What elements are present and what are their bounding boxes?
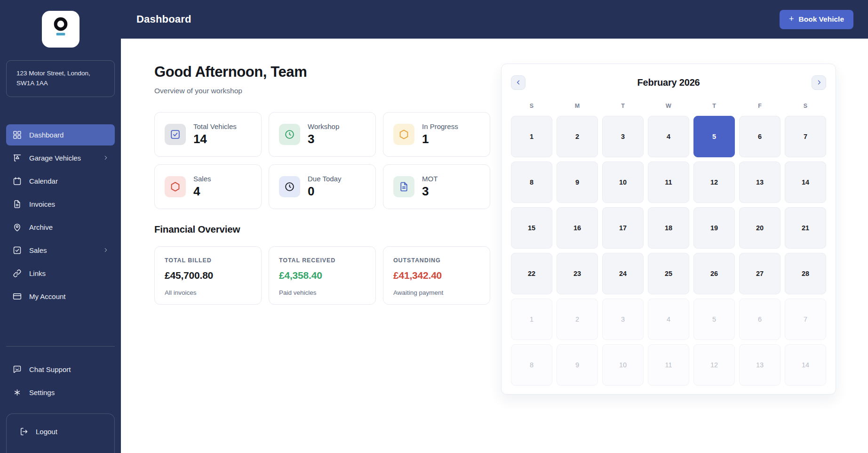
main-content: Good Afternoon, Team Overview of your wo… [121,39,868,453]
check-square-icon [12,245,22,255]
calendar-month-title: February 2026 [511,77,826,88]
calendar-day-selected[interactable]: 5 [693,116,735,157]
stat-card-workshop: Workshop3 [269,112,376,157]
financial-subtext: All invoices [165,289,251,296]
calendar-day-next-month: 7 [785,299,826,340]
invoice-icon [12,199,22,209]
calendar-day[interactable]: 16 [557,207,598,249]
calendar-day-next-month: 5 [693,299,735,340]
chevron-right-icon [816,79,822,86]
calendar-day-next-month: 13 [739,344,780,386]
financial-label: TOTAL RECEIVED [279,257,366,264]
financial-amount: £41,342.40 [393,270,480,281]
chevron-left-icon [515,79,522,86]
calendar-day[interactable]: 12 [693,162,735,203]
calendar-day[interactable]: 18 [648,207,689,249]
calendar-day[interactable]: 8 [511,162,552,203]
calendar-day[interactable]: 1 [511,116,552,157]
financial-card-total-received: TOTAL RECEIVED£4,358.40Paid vehicles [269,246,376,305]
stat-card-in-progress: In Progress1 [383,112,490,157]
calendar-day[interactable]: 24 [602,253,644,294]
sidebar-bottom: Chat SupportSettings Logout [0,346,121,453]
financial-card-total-billed: TOTAL BILLED£45,700.80All invoices [154,246,262,305]
stat-label: Due Today [308,175,341,183]
logo-icon [46,15,75,44]
financial-overview-heading: Financial Overview [154,224,490,235]
sidebar-item-label: Sales [29,246,47,254]
calendar-day[interactable]: 14 [785,162,826,203]
link-icon [12,268,22,278]
calendar-day[interactable]: 17 [602,207,644,249]
calendar-day[interactable]: 4 [648,116,689,157]
sidebar-item-label: Archive [29,223,53,231]
calendar-day[interactable]: 23 [557,253,598,294]
calendar-day[interactable]: 28 [785,253,826,294]
sidebar-item-archive[interactable]: Archive [6,217,115,238]
sidebar-item-label: Dashboard [29,131,64,139]
stat-card-sales: Sales4 [154,164,262,209]
stat-value: 4 [193,184,211,199]
calendar-grid: 1234567891011121314151617181920212223242… [511,116,826,386]
calendar-day[interactable]: 10 [602,162,644,203]
calendar-day[interactable]: 21 [785,207,826,249]
calendar-day[interactable]: 20 [739,207,780,249]
calendar-day-next-month: 8 [511,344,552,386]
weekday-label: F [739,103,780,109]
calendar-day[interactable]: 15 [511,207,552,249]
app-root: 123 Motor Street, London, SW1A 1AA Dashb… [0,0,868,453]
sidebar-item-settings[interactable]: Settings [6,382,115,403]
sidebar-item-chat-support[interactable]: Chat Support [6,359,115,380]
sidebar-item-sales[interactable]: Sales [6,240,115,261]
sidebar-item-label: Invoices [29,200,55,208]
workshop-address: 123 Motor Street, London, SW1A 1AA [6,60,115,97]
weekday-label: W [648,103,689,109]
calendar-day[interactable]: 27 [739,253,780,294]
calendar-day-next-month: 2 [557,299,598,340]
sidebar-item-my-account[interactable]: My Account [6,286,115,307]
calendar-day-next-month: 14 [785,344,826,386]
calendar-day-next-month: 11 [648,344,689,386]
car-lift-icon [12,153,22,163]
calendar-day[interactable]: 25 [648,253,689,294]
book-vehicle-button[interactable]: + Book Vehicle [780,10,853,29]
calendar-next-button[interactable] [812,75,826,90]
stat-card-mot: MOT3 [383,164,490,209]
calendar-day[interactable]: 26 [693,253,735,294]
weekday-label: S [511,103,552,109]
weekday-label: S [785,103,826,109]
calendar-day[interactable]: 2 [557,116,598,157]
financial-subtext: Awaiting payment [393,289,480,296]
calendar-day[interactable]: 6 [739,116,780,157]
calendar-day[interactable]: 3 [602,116,644,157]
calendar-day-next-month: 1 [511,299,552,340]
calendar-day[interactable]: 11 [648,162,689,203]
logout-button[interactable]: Logout [13,421,108,442]
workshop-address-text: 123 Motor Street, London, SW1A 1AA [16,70,90,87]
calendar-day-next-month: 10 [602,344,644,386]
clock-icon [279,176,300,197]
hexagon-icon [165,176,186,197]
stat-value: 1 [422,132,458,146]
sidebar-item-dashboard[interactable]: Dashboard [6,124,115,146]
stat-value: 3 [422,184,438,199]
financial-card-outstanding: OUTSTANDING£41,342.40Awaiting payment [383,246,490,305]
stat-label: Sales [193,175,211,183]
calendar-day[interactable]: 22 [511,253,552,294]
sidebar-item-label: Logout [36,428,57,436]
calendar-day[interactable]: 9 [557,162,598,203]
sidebar-item-garage-vehicles[interactable]: Garage Vehicles [6,147,115,169]
calendar-day-next-month: 4 [648,299,689,340]
stat-value: 3 [308,132,339,146]
sidebar-item-calendar[interactable]: Calendar [6,170,115,192]
greeting-heading: Good Afternoon, Team [154,64,490,81]
calendar-day[interactable]: 7 [785,116,826,157]
sidebar-item-links[interactable]: Links [6,263,115,284]
calendar-prev-button[interactable] [511,75,526,90]
calendar-day[interactable]: 13 [739,162,780,203]
calendar-day[interactable]: 19 [693,207,735,249]
sidebar-item-invoices[interactable]: Invoices [6,194,115,215]
settings-icon [12,388,22,397]
chevron-right-icon [103,247,109,253]
financial-amount: £45,700.80 [165,270,251,281]
calendar-header: February 2026 [511,75,826,90]
